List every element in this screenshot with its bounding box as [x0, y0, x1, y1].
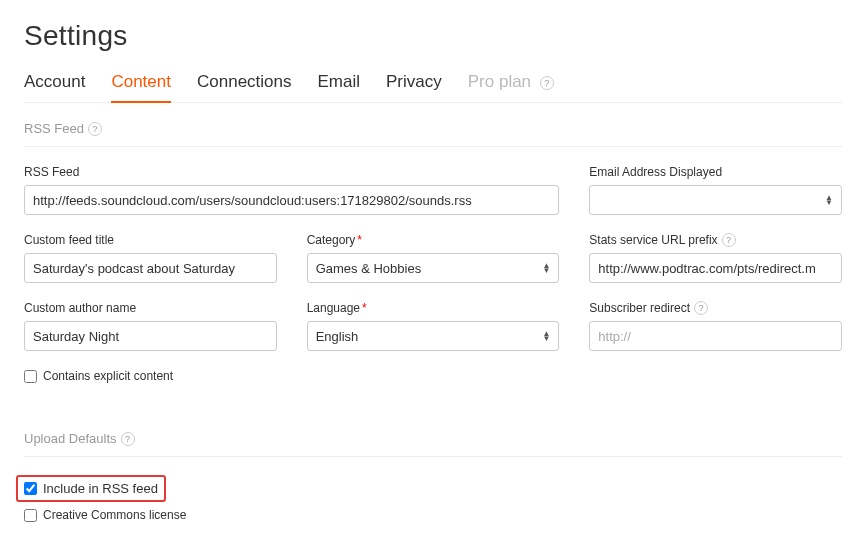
tab-connections[interactable]: Connections — [197, 72, 292, 102]
section-rss-feed: RSS Feed ? — [24, 121, 842, 147]
tab-pro-plan[interactable]: Pro plan ? — [468, 72, 554, 102]
language-value: English — [316, 329, 359, 344]
explicit-checkbox[interactable] — [24, 370, 37, 383]
email-displayed-label: Email Address Displayed — [589, 165, 842, 179]
cc-license-label: Creative Commons license — [43, 508, 186, 522]
chevron-updown-icon: ▲▼ — [825, 195, 833, 205]
page-title: Settings — [24, 20, 842, 52]
rss-fields: RSS Feed Email Address Displayed ▲▼ Cust… — [24, 165, 842, 391]
upload-defaults-fields: Include in RSS feed Creative Commons lic… — [24, 475, 842, 522]
language-label: Language* — [307, 301, 560, 315]
chevron-updown-icon: ▲▼ — [542, 331, 550, 341]
field-category: Category* Games & Hobbies ▲▼ — [307, 233, 560, 283]
field-custom-title: Custom feed title — [24, 233, 277, 283]
explicit-label: Contains explicit content — [43, 369, 173, 383]
author-input[interactable] — [24, 321, 277, 351]
cc-license-checkbox[interactable] — [24, 509, 37, 522]
stats-url-input[interactable] — [589, 253, 842, 283]
rss-feed-input[interactable] — [24, 185, 559, 215]
subscriber-redirect-label: Subscriber redirect ? — [589, 301, 842, 315]
include-rss-highlight: Include in RSS feed — [16, 475, 166, 502]
category-label: Category* — [307, 233, 560, 247]
author-label: Custom author name — [24, 301, 277, 315]
tab-email[interactable]: Email — [318, 72, 361, 102]
custom-title-label: Custom feed title — [24, 233, 277, 247]
required-mark: * — [362, 301, 367, 315]
category-value: Games & Hobbies — [316, 261, 422, 276]
section-rss-label: RSS Feed — [24, 121, 84, 136]
category-select[interactable]: Games & Hobbies ▲▼ — [307, 253, 560, 283]
tab-pro-label: Pro plan — [468, 72, 531, 91]
tab-privacy[interactable]: Privacy — [386, 72, 442, 102]
settings-tabs: Account Content Connections Email Privac… — [24, 72, 842, 103]
help-icon[interactable]: ? — [540, 76, 554, 90]
language-select[interactable]: English ▲▼ — [307, 321, 560, 351]
section-upload-defaults: Upload Defaults ? — [24, 431, 842, 457]
rss-feed-label: RSS Feed — [24, 165, 559, 179]
help-icon[interactable]: ? — [694, 301, 708, 315]
field-language: Language* English ▲▼ — [307, 301, 560, 351]
field-subscriber-redirect: Subscriber redirect ? — [589, 301, 842, 351]
tab-account[interactable]: Account — [24, 72, 85, 102]
include-rss-checkbox[interactable] — [24, 482, 37, 495]
required-mark: * — [357, 233, 362, 247]
field-author: Custom author name — [24, 301, 277, 351]
help-icon[interactable]: ? — [121, 432, 135, 446]
custom-title-input[interactable] — [24, 253, 277, 283]
tab-content[interactable]: Content — [111, 72, 171, 102]
help-icon[interactable]: ? — [88, 122, 102, 136]
field-rss-feed: RSS Feed — [24, 165, 559, 215]
subscriber-redirect-input[interactable] — [589, 321, 842, 351]
chevron-updown-icon: ▲▼ — [542, 263, 550, 273]
explicit-row: Contains explicit content — [24, 369, 842, 383]
include-rss-label: Include in RSS feed — [43, 481, 158, 496]
help-icon[interactable]: ? — [722, 233, 736, 247]
cc-license-row: Creative Commons license — [24, 508, 842, 522]
upload-defaults-label: Upload Defaults — [24, 431, 117, 446]
stats-url-label: Stats service URL prefix ? — [589, 233, 842, 247]
field-email-displayed: Email Address Displayed ▲▼ — [589, 165, 842, 215]
email-displayed-select[interactable]: ▲▼ — [589, 185, 842, 215]
field-stats-url: Stats service URL prefix ? — [589, 233, 842, 283]
